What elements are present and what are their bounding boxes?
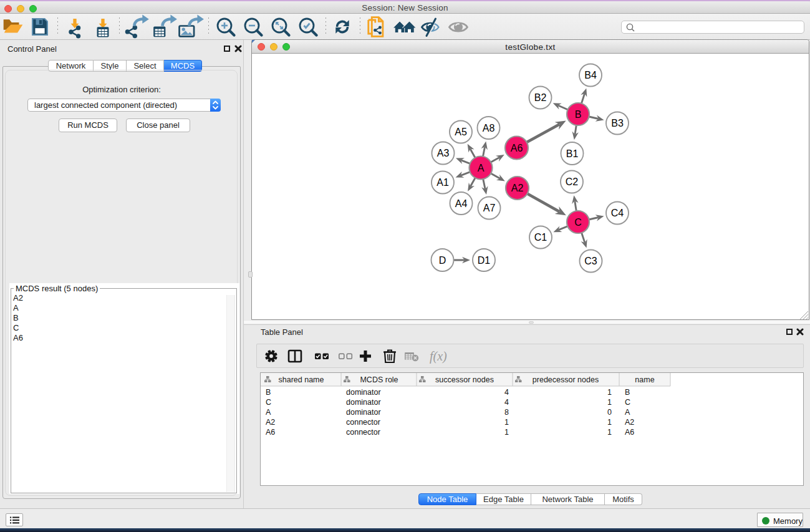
svg-text:B1: B1 xyxy=(566,148,579,159)
svg-text:1: 1 xyxy=(504,418,509,427)
svg-text:dominator: dominator xyxy=(346,388,381,397)
svg-text:shared name: shared name xyxy=(279,375,324,384)
svg-text:4: 4 xyxy=(504,388,509,397)
svg-text:1: 1 xyxy=(607,428,612,437)
svg-text:4: 4 xyxy=(504,398,509,407)
svg-text:C: C xyxy=(625,398,630,407)
svg-text:predecessor nodes: predecessor nodes xyxy=(533,375,599,384)
svg-text:A6: A6 xyxy=(625,428,634,437)
svg-text:8: 8 xyxy=(504,408,509,417)
svg-text:dominator: dominator xyxy=(346,408,381,417)
svg-text:A5: A5 xyxy=(455,127,467,137)
svg-text:B: B xyxy=(625,388,630,397)
svg-text:A6: A6 xyxy=(266,428,275,437)
svg-text:f(x): f(x) xyxy=(430,349,447,364)
svg-text:B3: B3 xyxy=(611,118,624,128)
svg-text:1: 1 xyxy=(607,418,612,427)
svg-text:A: A xyxy=(478,163,485,173)
svg-text:A4: A4 xyxy=(455,198,468,209)
svg-text:A1: A1 xyxy=(436,177,449,188)
svg-text:name: name xyxy=(635,375,654,384)
svg-text:A3: A3 xyxy=(437,148,450,158)
svg-text:C4: C4 xyxy=(611,208,624,218)
svg-text:C: C xyxy=(266,398,271,407)
svg-text:D: D xyxy=(439,255,446,266)
svg-text:A2: A2 xyxy=(266,418,275,427)
svg-text:successor nodes: successor nodes xyxy=(435,375,494,384)
svg-text:1: 1 xyxy=(607,398,612,407)
svg-text:A: A xyxy=(266,408,271,417)
svg-text:MCDS role: MCDS role xyxy=(360,375,398,384)
svg-text:C: C xyxy=(574,217,582,228)
svg-text:C1: C1 xyxy=(534,232,547,243)
svg-text:B2: B2 xyxy=(534,92,547,103)
svg-text:0: 0 xyxy=(607,408,612,417)
svg-text:A6: A6 xyxy=(511,143,523,153)
svg-text:1: 1 xyxy=(504,428,509,437)
svg-text:B: B xyxy=(266,388,271,397)
svg-text:B4: B4 xyxy=(584,70,597,80)
svg-text:A2: A2 xyxy=(625,418,634,427)
svg-text:A: A xyxy=(625,408,630,417)
svg-text:C2: C2 xyxy=(566,177,579,187)
svg-text:A2: A2 xyxy=(511,183,524,193)
svg-text:1: 1 xyxy=(607,388,612,397)
svg-text:dominator: dominator xyxy=(346,398,381,407)
svg-text:D1: D1 xyxy=(478,255,491,266)
svg-text:A8: A8 xyxy=(483,123,495,133)
svg-text:B: B xyxy=(575,109,582,120)
svg-text:connector: connector xyxy=(346,418,380,427)
svg-text:connector: connector xyxy=(346,428,380,437)
svg-text:C3: C3 xyxy=(584,256,597,266)
svg-text:A7: A7 xyxy=(483,203,496,213)
